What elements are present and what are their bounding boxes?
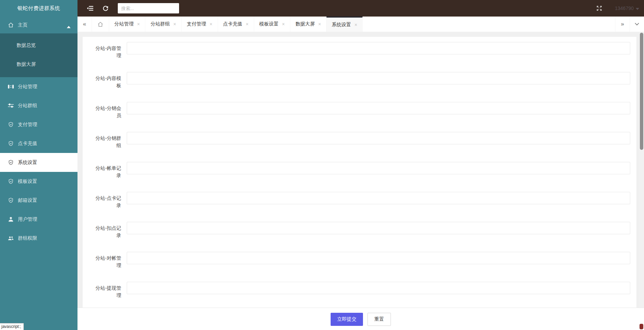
search-input[interactable] — [118, 3, 179, 13]
tabbar: « 分站管理 × 分站群组 × 支付管理 × 点卡充值 × 模板设置 × 数据大… — [77, 17, 644, 32]
sidebar-item-email-settings[interactable]: 邮箱设置 — [0, 191, 77, 210]
tabs-menu-button[interactable] — [630, 17, 644, 32]
form-field-row-deduction-records: 分站-扣点记录 — [83, 222, 636, 239]
form-field-row-content-template: 分站-内容模板 — [83, 72, 636, 89]
sidebar-item-label: 邮箱设置 — [18, 197, 37, 204]
sidebar-nav: 主页 数据总览 数据大屏 分站管理 分站群组 — [0, 17, 77, 248]
sidebar-item-group-permissions[interactable]: 群组权限 — [0, 229, 77, 248]
field-input[interactable] — [127, 72, 630, 84]
sidebar-item-label: 群组权限 — [18, 235, 37, 241]
sidebar-item-label: 分站管理 — [18, 84, 37, 90]
sidebar-item-card-recharge[interactable]: 点卡充值 — [0, 134, 77, 153]
sidebar-item-home[interactable]: 主页 — [0, 17, 77, 33]
content-area: 分站-内容管理 分站-内容模板 分站-分销会员 分站-分销群组 分站-帐单记录 … — [77, 32, 644, 308]
tab-label: 点卡充值 — [223, 21, 242, 27]
tab-label: 支付管理 — [187, 21, 206, 27]
sidebar-item-substation-management[interactable]: 分站管理 — [0, 77, 77, 96]
tabs: 分站管理 × 分站群组 × 支付管理 × 点卡充值 × 模板设置 × 数据大屏 … — [109, 17, 363, 32]
field-label: 分站-分销群组 — [92, 132, 121, 149]
tab-system-settings[interactable]: 系统设置 × — [326, 17, 363, 32]
sidebar-subitem-label: 数据大屏 — [17, 61, 36, 67]
sidebar-item-payment-management[interactable]: 支付管理 — [0, 115, 77, 134]
field-label: 分站-提现管理 — [92, 282, 121, 299]
close-icon[interactable]: × — [246, 22, 249, 27]
form-field-row-content-management: 分站-内容管理 — [83, 42, 636, 59]
fullscreen-icon[interactable] — [596, 5, 602, 11]
form-field-row-withdrawal-management: 分站-提现管理 — [83, 282, 636, 299]
tab-substation-management[interactable]: 分站管理 × — [109, 17, 145, 32]
caret-up-icon — [67, 24, 71, 29]
form-field-row-card-records: 分站-点卡记录 — [83, 192, 636, 209]
sidebar-item-label: 支付管理 — [18, 122, 37, 128]
tabs-scroll-right-button[interactable]: » — [615, 17, 630, 32]
field-label: 分站-扣点记录 — [92, 222, 121, 239]
user-menu[interactable]: 1346790 — [615, 6, 639, 11]
sidebar-item-label: 模板设置 — [18, 178, 37, 185]
tab-data-bigscreen[interactable]: 数据大屏 × — [290, 17, 326, 32]
tab-label: 分站群组 — [150, 21, 170, 27]
close-icon[interactable]: × — [282, 22, 285, 27]
form-actions-bar: 立即提交 重置 — [77, 308, 644, 330]
refresh-icon[interactable] — [103, 6, 108, 11]
app-title: 银蛇付费进群系统 — [0, 0, 77, 17]
shield-check-icon — [8, 197, 14, 204]
sidebar-item-label: 分站群组 — [18, 103, 37, 109]
columns-icon — [8, 83, 14, 90]
shield-check-icon — [8, 178, 14, 185]
field-input[interactable] — [127, 42, 630, 54]
field-input[interactable] — [127, 192, 630, 204]
sidebar-item-substation-groups[interactable]: 分站群组 — [0, 96, 77, 115]
field-label: 分站-帐单记录 — [92, 162, 121, 179]
sidebar-item-label: 用户管理 — [18, 216, 37, 223]
tab-label: 数据大屏 — [295, 21, 315, 27]
sidebar-item-user-management[interactable]: 用户管理 — [0, 210, 77, 229]
field-input[interactable] — [127, 162, 630, 174]
scrollbar-thumb[interactable] — [640, 33, 643, 150]
sidebar-submenu: 数据总览 数据大屏 — [0, 33, 77, 77]
sidebar-item-label: 系统设置 — [18, 159, 37, 166]
shield-check-icon — [8, 159, 14, 166]
reset-button[interactable]: 重置 — [367, 313, 391, 326]
close-icon[interactable]: × — [354, 22, 357, 27]
field-label: 分站-内容模板 — [92, 72, 121, 89]
page-scrollbar — [639, 32, 644, 308]
sidebar-items: 分站管理 分站群组 支付管理 点卡充值 系统设置 模板设置 — [0, 77, 77, 248]
field-label: 分站-内容管理 — [92, 42, 121, 59]
sidebar-item-label: 点卡充值 — [18, 141, 37, 147]
sidebar-subitem-data-bigscreen[interactable]: 数据大屏 — [0, 55, 77, 74]
tabbar-right: » — [615, 17, 644, 32]
field-label: 分站-点卡记录 — [92, 192, 121, 209]
field-input[interactable] — [127, 282, 630, 294]
browser-status-tooltip: javascript:; — [0, 323, 24, 330]
tab-label: 分站管理 — [114, 21, 134, 27]
sidebar-item-label: 主页 — [18, 22, 28, 28]
sidebar-subitem-data-overview[interactable]: 数据总览 — [0, 36, 77, 55]
tab-card-recharge[interactable]: 点卡充值 × — [218, 17, 254, 32]
field-input[interactable] — [127, 252, 630, 264]
corner-artifact — [640, 324, 643, 329]
username: 1346790 — [615, 6, 634, 11]
field-input[interactable] — [127, 222, 630, 234]
users-icon — [8, 235, 14, 241]
close-icon[interactable]: × — [137, 22, 140, 27]
tab-template-settings[interactable]: 模板设置 × — [254, 17, 290, 32]
submit-button[interactable]: 立即提交 — [331, 313, 363, 326]
home-tab[interactable] — [92, 17, 109, 32]
tab-label: 模板设置 — [259, 21, 279, 27]
form-field-row-bill-records: 分站-帐单记录 — [83, 162, 636, 179]
shield-check-icon — [8, 140, 14, 147]
field-input[interactable] — [127, 132, 630, 144]
caret-down-icon — [636, 6, 639, 11]
close-icon[interactable]: × — [209, 22, 212, 27]
field-label: 分站-对帐管理 — [92, 252, 121, 269]
close-icon[interactable]: × — [173, 22, 176, 27]
tab-payment-management[interactable]: 支付管理 × — [181, 17, 218, 32]
sidebar-item-system-settings[interactable]: 系统设置 — [0, 153, 77, 172]
close-icon[interactable]: × — [318, 22, 321, 27]
tabs-scroll-left-button[interactable]: « — [77, 17, 92, 32]
tab-substation-groups[interactable]: 分站群组 × — [145, 17, 181, 32]
collapse-sidebar-icon[interactable] — [87, 6, 93, 11]
field-input[interactable] — [127, 102, 630, 114]
form-field-row-distribution-group: 分站-分销群组 — [83, 132, 636, 149]
sidebar-item-template-settings[interactable]: 模板设置 — [0, 172, 77, 191]
